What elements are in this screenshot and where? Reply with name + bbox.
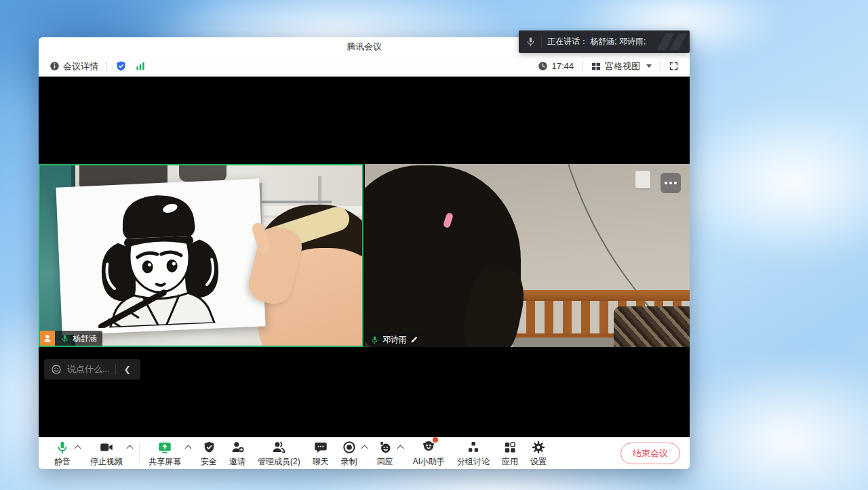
meeting-toolbar: 静音 停止视频 共享屏幕 安全 邀请 [39, 437, 690, 469]
reaction-icon [378, 441, 392, 454]
chat-collapse-button[interactable]: ❮ [121, 365, 134, 374]
window-title: 腾讯会议 [347, 41, 382, 53]
shield-check-icon [115, 60, 127, 72]
network-signal-button[interactable] [131, 61, 150, 71]
speaking-banner[interactable]: 正在讲话： 杨舒涵; 邓诗雨; [519, 30, 690, 53]
meeting-timer: 17:44 [534, 61, 578, 71]
divider [541, 37, 542, 47]
camera-icon [99, 441, 114, 454]
security-button[interactable]: 安全 [195, 440, 223, 468]
view-mode-button[interactable]: 宫格视图 [587, 60, 656, 73]
stop-video-button[interactable]: 停止视频 [84, 440, 136, 468]
video-feed [40, 165, 362, 346]
video-tile-dengshiyu[interactable]: 邓诗雨 [365, 164, 690, 347]
divider [115, 364, 116, 375]
settings-button[interactable]: 设置 [524, 440, 553, 468]
record-options-chevron[interactable] [361, 445, 368, 451]
members-icon [271, 441, 286, 454]
mute-button[interactable]: 静音 [48, 440, 84, 468]
chat-button[interactable]: 聊天 [307, 440, 335, 468]
invite-person-icon [231, 441, 245, 454]
end-meeting-button[interactable]: 结束会议 [620, 443, 680, 464]
emoji-icon[interactable] [51, 364, 62, 375]
video-options-chevron[interactable] [127, 445, 134, 451]
share-screen-icon [157, 441, 172, 454]
mic-on-icon [370, 335, 379, 344]
divider [106, 62, 107, 71]
share-options-chevron[interactable] [185, 445, 192, 451]
banner-deco-chevrons [661, 33, 683, 50]
edit-pencil-icon[interactable] [410, 335, 418, 344]
meeting-details-label: 会议详情 [63, 60, 98, 73]
meeting-window: 腾讯会议 会议详情 17:44 宫格视图 [39, 37, 690, 469]
signal-bars-icon [135, 61, 146, 71]
info-icon [50, 61, 60, 71]
chat-input[interactable]: 说点什么... [67, 363, 110, 375]
invite-button[interactable]: 邀请 [223, 440, 252, 468]
grid-view-icon [591, 61, 601, 72]
meeting-menubar: 会议详情 17:44 宫格视图 [39, 56, 690, 77]
pillow [614, 306, 690, 347]
clock-icon [538, 61, 548, 71]
cloud [665, 102, 868, 264]
toolbar-divider [139, 444, 140, 463]
video-feed [365, 164, 690, 347]
meeting-details-button[interactable]: 会议详情 [45, 60, 102, 73]
mic-icon [56, 441, 69, 454]
ai-assistant-button[interactable]: AI小助手 [407, 440, 451, 468]
desktop-wallpaper: 腾讯会议 会议详情 17:44 宫格视图 [0, 0, 868, 490]
reactions-button[interactable]: 回应 [371, 440, 407, 468]
participant-badge-row: 杨舒涵 [40, 331, 102, 346]
fullscreen-button[interactable] [665, 61, 683, 71]
apps-grid-icon [503, 441, 517, 454]
apps-button[interactable]: 应用 [496, 440, 524, 468]
fullscreen-icon [669, 61, 679, 71]
participant-name-pill: 杨舒涵 [55, 331, 102, 346]
manage-members-button[interactable]: 管理成员(2) [252, 440, 307, 468]
reactions-options-chevron[interactable] [397, 445, 403, 451]
security-shield-icon [203, 441, 216, 454]
divider [660, 62, 660, 71]
mic-on-icon [60, 334, 69, 343]
notification-dot [433, 437, 438, 443]
chevron-down-icon [646, 64, 652, 68]
chat-bubble-icon [314, 441, 328, 454]
drawing-paper [56, 179, 265, 335]
video-tile-yangshuhan[interactable]: 杨舒涵 [39, 164, 363, 347]
tile-more-button[interactable] [660, 173, 681, 193]
speaking-text: 正在讲话： 杨舒涵; 邓诗雨; [547, 36, 646, 47]
video-stage: 杨舒涵 [39, 77, 690, 437]
participant-name: 邓诗雨 [382, 334, 407, 346]
share-screen-button[interactable]: 共享屏幕 [142, 440, 195, 468]
security-status-button[interactable] [111, 60, 131, 72]
breakout-rooms-button[interactable]: 分组讨论 [451, 440, 496, 468]
record-button[interactable]: 录制 [335, 440, 371, 468]
view-mode-label: 宫格视图 [605, 60, 640, 73]
divider [582, 62, 583, 71]
record-icon [342, 441, 356, 454]
participant-name-pill: 邓诗雨 [365, 332, 424, 347]
video-grid: 杨舒涵 [39, 164, 690, 347]
host-badge-icon [40, 331, 55, 346]
settings-gear-icon [532, 441, 545, 454]
participant-name: 杨舒涵 [73, 333, 97, 344]
scene-object [179, 165, 226, 182]
mic-icon [526, 37, 536, 47]
participant-badge-row: 邓诗雨 [365, 332, 424, 347]
breakout-rooms-icon [467, 441, 480, 454]
mic-options-chevron[interactable] [75, 445, 81, 451]
meeting-time: 17:44 [551, 61, 574, 71]
ink-drawing [56, 179, 262, 330]
quick-chat-bar[interactable]: 说点什么... ❮ [44, 359, 140, 380]
